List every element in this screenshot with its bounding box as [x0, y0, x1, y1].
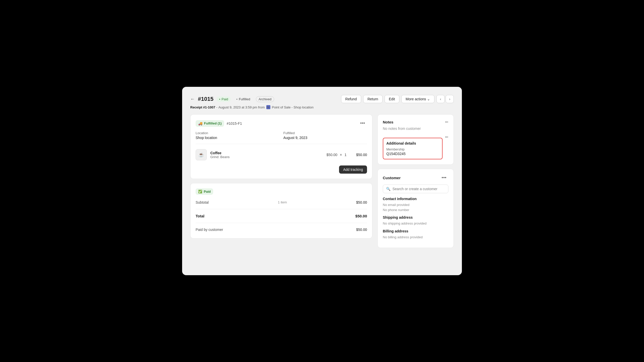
subtotal-row: Subtotal 1 item $50.00: [196, 199, 367, 206]
customer-more-button[interactable]: •••: [440, 174, 448, 182]
item-details: Coffee Grind: Beans: [210, 151, 323, 159]
paid-card: ✅ Paid Subtotal 1 item $50.00 Total $50.…: [190, 183, 372, 239]
item-unit-price: $50.00 × 1: [327, 153, 347, 157]
fulfilled-title: 🚚 Fulfilled (1) #1015-F1: [196, 120, 242, 127]
additional-details-title: Additional details: [386, 141, 439, 145]
notes-text: No notes from customer: [383, 127, 448, 131]
more-actions-button[interactable]: More actions ⌄: [401, 95, 434, 103]
header-left: ← #1015 Paid Fulfilled Archived: [190, 96, 274, 102]
divider3: [196, 223, 367, 223]
paid-status-badge: ✅ Paid: [196, 188, 213, 195]
shipping-section: Shipping address No shipping address pro…: [383, 215, 448, 226]
item-total: $50.00: [356, 153, 367, 157]
divider2: [196, 209, 367, 209]
add-tracking-row: Add tracking: [196, 165, 367, 174]
paid-by-value: $50.00: [356, 228, 367, 232]
paid-by-label: Paid by customer: [196, 228, 223, 232]
fulfilled-card: 🚚 Fulfilled (1) #1015-F1 ••• Location Sh…: [190, 114, 372, 179]
notes-card: Notes ✏ No notes from customer Additiona…: [377, 114, 454, 165]
nav-arrows: ‹ ›: [436, 95, 454, 103]
customer-search-input[interactable]: [392, 187, 445, 191]
no-phone: No phone number: [383, 207, 448, 213]
archived-badge: Archived: [256, 96, 274, 102]
item-image: ☕: [196, 149, 207, 160]
add-tracking-button[interactable]: Add tracking: [339, 165, 367, 174]
fulfilled-date-info: Fulfilled August 9, 2023: [283, 131, 367, 140]
paid-by-row: Paid by customer $50.00: [196, 226, 367, 233]
billing-title: Billing address: [383, 229, 448, 233]
main-layout: 🚚 Fulfilled (1) #1015-F1 ••• Location Sh…: [190, 114, 454, 248]
location-label: Location: [196, 131, 279, 135]
notes-header: Notes ✏: [383, 120, 448, 124]
fulfilled-label: Fulfilled: [283, 131, 367, 135]
fulfilled-more-button[interactable]: •••: [358, 120, 367, 127]
subtotal-label: Subtotal: [196, 200, 209, 204]
location-info: Location Shop location: [196, 131, 279, 140]
nav-prev-button[interactable]: ‹: [436, 95, 445, 103]
additional-details-section: Additional details Membership Q154D3245 …: [383, 135, 448, 159]
coffee-icon: ☕: [198, 152, 204, 158]
location-value: Shop location: [196, 136, 279, 140]
checkmark-icon: ✅: [198, 190, 202, 193]
notes-title: Notes: [383, 120, 393, 124]
total-label: Total: [196, 214, 204, 218]
additional-details-box: Additional details Membership Q154D3245: [383, 138, 443, 159]
customer-card-header: Customer •••: [383, 174, 448, 182]
customer-search-box[interactable]: 🔍: [383, 185, 448, 193]
receipt-label: Receipt #1-1007: [190, 105, 215, 109]
sub-header: Receipt #1-1007 - August 9, 2023 at 3:59…: [190, 105, 454, 109]
membership-value: Q154D3245: [386, 152, 439, 156]
no-billing: No billing address provided: [383, 235, 448, 240]
no-email: No email provided: [383, 202, 448, 207]
right-column: Notes ✏ No notes from customer Additiona…: [377, 114, 454, 248]
item-variant: Grind: Beans: [210, 155, 323, 159]
paid-badge: Paid: [216, 96, 231, 102]
truck-icon: 🚚: [198, 121, 202, 126]
edit-button[interactable]: Edit: [385, 95, 399, 103]
total-row: Total $50.00: [196, 212, 367, 220]
fulfilled-badge: Fulfilled: [234, 96, 253, 102]
refund-button[interactable]: Refund: [341, 95, 361, 103]
contact-section: Contact information No email provided No…: [383, 197, 448, 212]
additional-details-edit-icon[interactable]: ✏: [445, 135, 448, 140]
total-value: $50.00: [355, 214, 367, 218]
search-icon: 🔍: [386, 187, 390, 191]
notes-edit-icon[interactable]: ✏: [445, 120, 448, 124]
membership-label: Membership: [386, 147, 439, 151]
fulfilled-card-header: 🚚 Fulfilled (1) #1015-F1 •••: [196, 120, 367, 127]
contact-info-title: Contact information: [383, 197, 448, 201]
nav-next-button[interactable]: ›: [446, 95, 454, 103]
customer-card: Customer ••• 🔍 Contact information No em…: [377, 169, 454, 248]
back-button[interactable]: ←: [190, 96, 195, 102]
line-item: ☕ Coffee Grind: Beans $50.00 × 1 $50.00: [196, 147, 367, 162]
fulfilled-status-badge: 🚚 Fulfilled (1): [196, 120, 224, 127]
subtotal-qty: 1 item: [278, 200, 287, 204]
paid-header: ✅ Paid: [196, 188, 367, 195]
divider: [196, 144, 367, 144]
pos-icon: [266, 105, 270, 109]
fulfillment-id: #1015-F1: [227, 121, 242, 126]
left-column: 🚚 Fulfilled (1) #1015-F1 ••• Location Sh…: [190, 114, 372, 239]
fulfilled-date-value: August 9, 2023: [283, 136, 367, 140]
return-button[interactable]: Return: [363, 95, 383, 103]
item-name: Coffee: [210, 151, 323, 155]
no-shipping: No shipping address provided: [383, 221, 448, 226]
subtotal-value: $50.00: [356, 200, 367, 204]
customer-title: Customer: [383, 176, 401, 180]
fulfilled-info-grid: Location Shop location Fulfilled August …: [196, 131, 367, 140]
shipping-title: Shipping address: [383, 215, 448, 219]
billing-section: Billing address No billing address provi…: [383, 229, 448, 240]
header-actions: Refund Return Edit More actions ⌄ ‹ ›: [341, 95, 454, 103]
order-number: #1015: [198, 96, 213, 102]
